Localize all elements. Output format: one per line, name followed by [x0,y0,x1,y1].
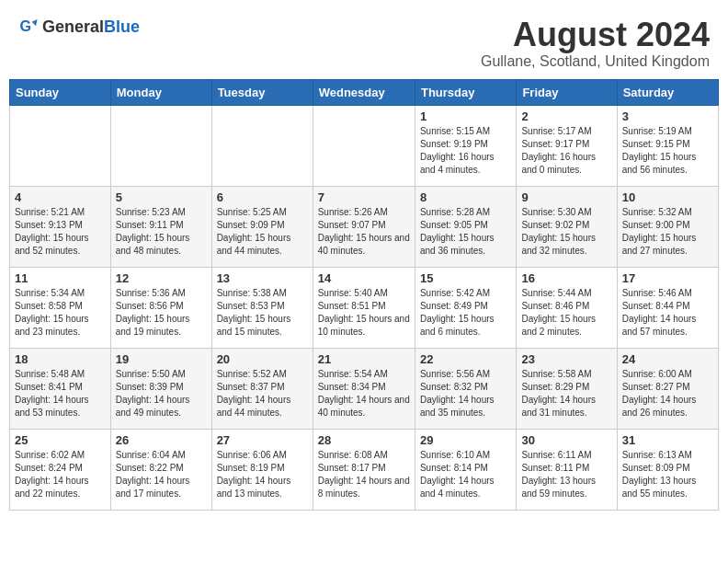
day-info: Sunrise: 6:10 AM Sunset: 8:14 PM Dayligh… [420,449,511,500]
day-number: 23 [521,352,611,366]
day-number: 28 [318,433,410,447]
calendar-cell: 21 Sunrise: 5:54 AM Sunset: 8:34 PM Dayl… [313,348,415,429]
day-info: Sunrise: 6:04 AM Sunset: 8:22 PM Dayligh… [116,449,207,500]
header-thursday: Thursday [415,79,516,105]
logo-blue: Blue [104,17,140,36]
day-info: Sunrise: 5:58 AM Sunset: 8:29 PM Dayligh… [521,368,611,419]
calendar-cell: 1 Sunrise: 5:15 AM Sunset: 9:19 PM Dayli… [415,105,516,186]
day-number: 21 [318,352,410,366]
day-info: Sunrise: 5:15 AM Sunset: 9:19 PM Dayligh… [420,125,511,177]
calendar-cell: 2 Sunrise: 5:17 AM Sunset: 9:17 PM Dayli… [517,105,617,186]
day-number: 17 [622,271,713,285]
logo: G GeneralBlue [18,17,140,37]
day-info: Sunrise: 5:25 AM Sunset: 9:09 PM Dayligh… [217,206,308,258]
month-title: August 2024 [481,17,710,53]
day-number: 31 [622,433,713,447]
week-row-1: 1 Sunrise: 5:15 AM Sunset: 9:19 PM Dayli… [10,105,719,186]
day-number: 22 [420,352,511,366]
calendar-cell: 28 Sunrise: 6:08 AM Sunset: 8:17 PM Dayl… [313,429,415,510]
calendar-cell: 13 Sunrise: 5:38 AM Sunset: 8:53 PM Dayl… [211,267,313,348]
logo-text: GeneralBlue [42,17,140,37]
day-info: Sunrise: 5:50 AM Sunset: 8:39 PM Dayligh… [116,368,207,419]
title-area: August 2024 Gullane, Scotland, United Ki… [481,17,710,70]
day-number: 18 [15,352,106,366]
day-number: 9 [521,190,611,204]
day-info: Sunrise: 5:38 AM Sunset: 8:53 PM Dayligh… [217,287,308,339]
calendar-cell: 16 Sunrise: 5:44 AM Sunset: 8:46 PM Dayl… [517,267,617,348]
day-number: 10 [622,190,713,204]
day-info: Sunrise: 5:23 AM Sunset: 9:11 PM Dayligh… [116,206,207,258]
day-number: 11 [15,271,106,285]
day-number: 3 [622,109,713,123]
calendar-table: Sunday Monday Tuesday Wednesday Thursday… [9,79,719,511]
calendar-cell: 7 Sunrise: 5:26 AM Sunset: 9:07 PM Dayli… [313,186,415,267]
day-number: 13 [217,271,308,285]
header-tuesday: Tuesday [211,79,313,105]
calendar-cell [211,105,313,186]
day-info: Sunrise: 6:06 AM Sunset: 8:19 PM Dayligh… [217,449,308,500]
day-number: 12 [116,271,207,285]
day-info: Sunrise: 6:00 AM Sunset: 8:27 PM Dayligh… [622,368,713,419]
svg-marker-1 [32,19,38,26]
calendar-cell [313,105,415,186]
day-number: 26 [116,433,207,447]
day-info: Sunrise: 5:30 AM Sunset: 9:02 PM Dayligh… [521,206,611,258]
day-number: 1 [420,109,511,123]
day-number: 8 [420,190,511,204]
calendar-cell: 26 Sunrise: 6:04 AM Sunset: 8:22 PM Dayl… [110,429,211,510]
calendar-cell: 6 Sunrise: 5:25 AM Sunset: 9:09 PM Dayli… [211,186,313,267]
day-number: 16 [521,271,611,285]
calendar-cell: 25 Sunrise: 6:02 AM Sunset: 8:24 PM Dayl… [10,429,111,510]
calendar-cell: 23 Sunrise: 5:58 AM Sunset: 8:29 PM Dayl… [517,348,617,429]
week-row-5: 25 Sunrise: 6:02 AM Sunset: 8:24 PM Dayl… [10,429,719,510]
calendar-cell: 19 Sunrise: 5:50 AM Sunset: 8:39 PM Dayl… [110,348,211,429]
location-title: Gullane, Scotland, United Kingdom [481,53,710,70]
day-number: 5 [116,190,207,204]
day-number: 6 [217,190,308,204]
calendar-cell: 29 Sunrise: 6:10 AM Sunset: 8:14 PM Dayl… [415,429,516,510]
day-number: 20 [217,352,308,366]
calendar-cell: 18 Sunrise: 5:48 AM Sunset: 8:41 PM Dayl… [10,348,111,429]
week-row-2: 4 Sunrise: 5:21 AM Sunset: 9:13 PM Dayli… [10,186,719,267]
day-info: Sunrise: 5:40 AM Sunset: 8:51 PM Dayligh… [318,287,410,339]
week-row-4: 18 Sunrise: 5:48 AM Sunset: 8:41 PM Dayl… [10,348,719,429]
calendar-cell: 12 Sunrise: 5:36 AM Sunset: 8:56 PM Dayl… [110,267,211,348]
calendar-cell: 17 Sunrise: 5:46 AM Sunset: 8:44 PM Dayl… [617,267,718,348]
day-info: Sunrise: 5:36 AM Sunset: 8:56 PM Dayligh… [116,287,207,339]
day-info: Sunrise: 5:54 AM Sunset: 8:34 PM Dayligh… [318,368,410,419]
header-wednesday: Wednesday [313,79,415,105]
day-number: 27 [217,433,308,447]
day-info: Sunrise: 5:28 AM Sunset: 9:05 PM Dayligh… [420,206,511,258]
header-friday: Friday [517,79,617,105]
calendar-cell: 10 Sunrise: 5:32 AM Sunset: 9:00 PM Dayl… [617,186,718,267]
day-info: Sunrise: 5:17 AM Sunset: 9:17 PM Dayligh… [521,125,611,177]
day-info: Sunrise: 5:52 AM Sunset: 8:37 PM Dayligh… [217,368,308,419]
day-info: Sunrise: 6:08 AM Sunset: 8:17 PM Dayligh… [318,449,410,500]
day-info: Sunrise: 6:11 AM Sunset: 8:11 PM Dayligh… [521,449,611,500]
day-info: Sunrise: 5:48 AM Sunset: 8:41 PM Dayligh… [15,368,106,419]
calendar-cell: 11 Sunrise: 5:34 AM Sunset: 8:58 PM Dayl… [10,267,111,348]
day-info: Sunrise: 5:32 AM Sunset: 9:00 PM Dayligh… [622,206,713,258]
day-info: Sunrise: 5:56 AM Sunset: 8:32 PM Dayligh… [420,368,511,419]
calendar-cell: 31 Sunrise: 6:13 AM Sunset: 8:09 PM Dayl… [617,429,718,510]
day-number: 7 [318,190,410,204]
calendar-cell [110,105,211,186]
header-sunday: Sunday [10,79,111,105]
calendar-cell: 15 Sunrise: 5:42 AM Sunset: 8:49 PM Dayl… [415,267,516,348]
day-info: Sunrise: 5:19 AM Sunset: 9:15 PM Dayligh… [622,125,713,177]
day-info: Sunrise: 6:13 AM Sunset: 8:09 PM Dayligh… [622,449,713,500]
calendar-cell: 30 Sunrise: 6:11 AM Sunset: 8:11 PM Dayl… [517,429,617,510]
header-monday: Monday [110,79,211,105]
day-info: Sunrise: 5:42 AM Sunset: 8:49 PM Dayligh… [420,287,511,339]
day-number: 2 [521,109,611,123]
weekday-header-row: Sunday Monday Tuesday Wednesday Thursday… [10,79,719,105]
calendar-cell: 9 Sunrise: 5:30 AM Sunset: 9:02 PM Dayli… [517,186,617,267]
logo-general: General [42,17,104,36]
day-info: Sunrise: 5:46 AM Sunset: 8:44 PM Dayligh… [622,287,713,339]
day-info: Sunrise: 5:34 AM Sunset: 8:58 PM Dayligh… [15,287,106,339]
calendar-cell: 22 Sunrise: 5:56 AM Sunset: 8:32 PM Dayl… [415,348,516,429]
day-info: Sunrise: 5:26 AM Sunset: 9:07 PM Dayligh… [318,206,410,258]
header-saturday: Saturday [617,79,718,105]
day-number: 29 [420,433,511,447]
day-number: 15 [420,271,511,285]
